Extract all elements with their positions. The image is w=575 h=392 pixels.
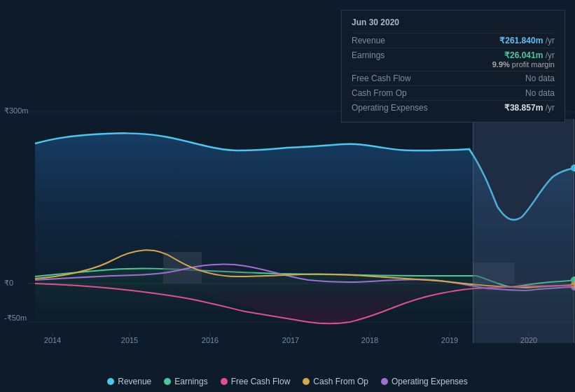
tooltip-label-cashfromop: Cash From Op bbox=[352, 88, 436, 98]
tooltip-value-opex: ₹38.857m /yr bbox=[504, 103, 555, 113]
legend-item-opex[interactable]: Operating Expenses bbox=[381, 377, 468, 386]
tooltip-value-earnings: ₹26.041m /yr 9.9% profit margin bbox=[492, 50, 555, 69]
x-label-2016: 2016 bbox=[202, 336, 219, 344]
legend-label-fcf: Free Cash Flow bbox=[231, 377, 291, 386]
legend-dot-earnings bbox=[164, 378, 171, 385]
tooltip-label-earnings: Earnings bbox=[352, 50, 436, 60]
legend-label-opex: Operating Expenses bbox=[392, 377, 468, 386]
tooltip-label-fcf: Free Cash Flow bbox=[352, 74, 436, 83]
tooltip-row-fcf: Free Cash Flow No data bbox=[352, 71, 555, 85]
legend-item-cashfromop[interactable]: Cash From Op bbox=[303, 377, 368, 386]
x-label-2015: 2015 bbox=[121, 336, 138, 344]
legend-item-fcf[interactable]: Free Cash Flow bbox=[221, 377, 291, 386]
tooltip-row-cashfromop: Cash From Op No data bbox=[352, 85, 555, 100]
y-label-300m: ₹300m bbox=[4, 106, 29, 115]
x-label-2018: 2018 bbox=[361, 336, 378, 344]
tooltip-value-fcf: No data bbox=[525, 74, 555, 83]
tooltip-box: Jun 30 2020 Revenue ₹261.840m /yr Earnin… bbox=[341, 10, 565, 122]
x-label-2014: 2014 bbox=[44, 336, 61, 344]
legend-label-cashfromop: Cash From Op bbox=[313, 377, 368, 386]
legend-dot-fcf bbox=[221, 378, 228, 385]
y-label-0: ₹0 bbox=[4, 279, 13, 288]
legend-label-revenue: Revenue bbox=[118, 377, 151, 386]
tooltip-row-earnings: Earnings ₹26.041m /yr 9.9% profit margin bbox=[352, 48, 555, 71]
tooltip-date: Jun 30 2020 bbox=[352, 18, 555, 27]
legend-item-revenue[interactable]: Revenue bbox=[107, 377, 151, 386]
legend-dot-revenue bbox=[107, 378, 114, 385]
highlight-region bbox=[473, 119, 574, 343]
tooltip-row-opex: Operating Expenses ₹38.857m /yr bbox=[352, 100, 555, 115]
legend-dot-opex bbox=[381, 378, 388, 385]
tooltip-label-opex: Operating Expenses bbox=[352, 103, 436, 113]
tooltip-value-cashfromop: No data bbox=[525, 88, 555, 98]
chart-legend: Revenue Earnings Free Cash Flow Cash Fro… bbox=[0, 377, 575, 386]
legend-dot-cashfromop bbox=[303, 378, 310, 385]
tooltip-row-revenue: Revenue ₹261.840m /yr bbox=[352, 33, 555, 48]
y-label-neg50m: -₹50m bbox=[4, 314, 27, 323]
tooltip-value-revenue: ₹261.840m /yr bbox=[499, 36, 555, 46]
x-label-2017: 2017 bbox=[282, 336, 299, 344]
legend-label-earnings: Earnings bbox=[174, 377, 207, 386]
x-label-2020: 2020 bbox=[520, 336, 537, 344]
tooltip-label-revenue: Revenue bbox=[352, 36, 436, 46]
legend-item-earnings[interactable]: Earnings bbox=[164, 377, 207, 386]
x-label-2019: 2019 bbox=[441, 336, 458, 344]
